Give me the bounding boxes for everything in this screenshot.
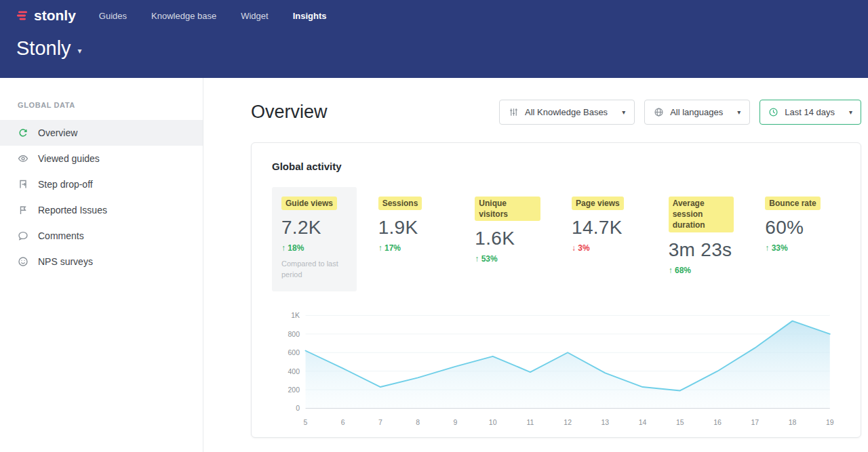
stonly-logo-icon — [16, 9, 28, 22]
activity-chart: 02004006008001K5678910111213141516171819 — [272, 308, 840, 430]
metric-average-session-duration[interactable]: Average session duration 3m 23s ↑ 68% — [659, 187, 744, 286]
caret-down-icon: ▾ — [622, 108, 625, 116]
sidebar: GLOBAL DATA Overview Viewed guides — [0, 78, 203, 452]
metrics-row: Guide views 7.2K ↑ 18% Compared to last … — [272, 187, 840, 291]
svg-text:11: 11 — [526, 419, 534, 426]
svg-text:14: 14 — [639, 419, 647, 426]
caret-down-icon: ▾ — [737, 108, 741, 116]
caret-down-icon: ▾ — [849, 108, 852, 116]
main-content: Overview All Knowledge Bases ▾ — [203, 78, 868, 452]
card-title: Global activity — [272, 161, 840, 172]
globe-icon — [654, 107, 664, 117]
filter-label: All Knowledge Bases — [525, 107, 608, 117]
metric-unique-visitors[interactable]: Unique visitors 1.6K ↑ 53% — [465, 187, 550, 274]
svg-text:17: 17 — [751, 419, 759, 426]
logo-text: stonly — [34, 7, 76, 24]
overview-refresh-icon — [18, 127, 28, 138]
eye-icon — [18, 153, 28, 164]
nav-item-knowledge-base[interactable]: Knowledge base — [151, 11, 216, 21]
language-filter[interactable]: All languages ▾ — [644, 100, 750, 125]
sidebar-item-label: Comments — [38, 230, 84, 241]
svg-text:18: 18 — [789, 419, 797, 426]
global-activity-card: Global activity Guide views 7.2K ↑ 18% C… — [251, 142, 861, 438]
sidebar-item-label: Reported Issues — [38, 205, 107, 215]
metric-value: 14.7K — [572, 217, 637, 239]
metric-bounce-rate[interactable]: Bounce rate 60% ↑ 33% — [755, 187, 840, 264]
metric-label: Guide views — [281, 197, 337, 210]
clock-icon — [768, 107, 778, 117]
smiley-icon — [18, 256, 28, 267]
top-nav: Guides Knowledge base Widget Insights — [99, 11, 327, 21]
date-range-filter[interactable]: Last 14 days ▾ — [760, 100, 861, 125]
metric-delta: ↑ 68% — [669, 266, 734, 275]
filter-label: Last 14 days — [785, 107, 835, 117]
svg-text:1K: 1K — [291, 312, 300, 319]
svg-text:12: 12 — [564, 419, 572, 426]
sliders-icon — [509, 107, 519, 117]
metric-label: Average session duration — [669, 197, 734, 232]
svg-text:19: 19 — [826, 419, 834, 426]
svg-text:200: 200 — [288, 386, 300, 394]
metric-delta: ↑ 33% — [765, 243, 831, 253]
page-title: Overview — [251, 102, 328, 123]
svg-text:13: 13 — [601, 419, 610, 426]
sidebar-item-comments[interactable]: Comments — [0, 223, 203, 249]
sidebar-item-reported-issues[interactable]: Reported Issues — [0, 197, 203, 223]
svg-text:7: 7 — [378, 419, 382, 426]
metric-value: 1.9K — [378, 217, 444, 239]
metric-value: 3m 23s — [669, 239, 734, 261]
metric-label: Unique visitors — [475, 197, 540, 221]
stonly-logo[interactable]: stonly — [16, 7, 76, 24]
metric-label: Page views — [572, 197, 624, 210]
sidebar-item-overview[interactable]: Overview — [0, 120, 203, 146]
metric-delta: ↓ 3% — [572, 243, 637, 253]
knowledge-base-filter[interactable]: All Knowledge Bases ▾ — [499, 100, 635, 125]
filter-bar: All Knowledge Bases ▾ All languages ▾ — [499, 100, 861, 125]
metric-label: Sessions — [378, 197, 422, 210]
sidebar-item-label: Step drop-off — [38, 179, 93, 190]
metric-delta: ↑ 18% — [281, 243, 347, 253]
nav-item-widget[interactable]: Widget — [241, 11, 268, 21]
filter-label: All languages — [670, 107, 723, 117]
svg-text:600: 600 — [288, 349, 300, 356]
svg-text:5: 5 — [304, 419, 308, 426]
metric-guide-views[interactable]: Guide views 7.2K ↑ 18% Compared to last … — [272, 187, 357, 291]
svg-text:400: 400 — [288, 368, 300, 375]
caret-down-icon: ▾ — [78, 46, 82, 56]
svg-text:800: 800 — [288, 331, 300, 338]
sidebar-item-label: Viewed guides — [38, 153, 100, 164]
svg-text:8: 8 — [416, 419, 420, 426]
sidebar-item-nps-surveys[interactable]: NPS surveys — [0, 249, 203, 274]
sidebar-section-label: GLOBAL DATA — [0, 101, 203, 109]
metric-delta: ↑ 17% — [378, 243, 444, 253]
svg-text:0: 0 — [296, 405, 300, 412]
comment-icon — [18, 230, 28, 241]
top-header: stonly Guides Knowledge base Widget Insi… — [0, 0, 868, 78]
sidebar-item-label: NPS surveys — [38, 256, 93, 267]
sidebar-item-step-drop-off[interactable]: Step drop-off — [0, 171, 203, 197]
workspace-title: Stonly — [16, 37, 71, 60]
step-dropoff-icon — [18, 179, 28, 190]
flag-icon — [18, 205, 28, 215]
metric-value: 7.2K — [281, 217, 347, 239]
metric-page-views[interactable]: Page views 14.7K ↓ 3% — [562, 187, 647, 264]
sidebar-item-label: Overview — [38, 127, 77, 138]
svg-text:16: 16 — [713, 419, 722, 426]
svg-text:6: 6 — [341, 419, 345, 426]
metric-value: 60% — [765, 217, 831, 239]
metric-value: 1.6K — [475, 228, 540, 249]
sidebar-item-viewed-guides[interactable]: Viewed guides — [0, 146, 203, 171]
svg-text:15: 15 — [676, 419, 684, 426]
nav-item-insights[interactable]: Insights — [293, 11, 327, 21]
svg-text:10: 10 — [489, 419, 497, 426]
metric-delta: ↑ 53% — [475, 254, 540, 264]
nav-item-guides[interactable]: Guides — [99, 11, 127, 21]
metric-label: Bounce rate — [765, 197, 820, 210]
metric-sessions[interactable]: Sessions 1.9K ↑ 17% — [369, 187, 454, 264]
metric-note: Compared to last period — [281, 259, 346, 281]
workspace-switcher[interactable]: Stonly ▾ — [0, 24, 98, 60]
svg-text:9: 9 — [454, 419, 458, 426]
